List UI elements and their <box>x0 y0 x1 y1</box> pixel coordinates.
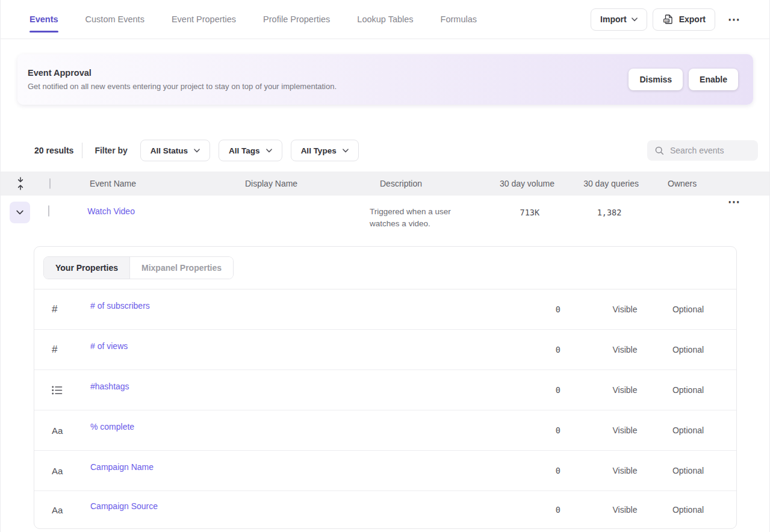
banner-description: Get notified on all new events entering … <box>28 82 623 91</box>
properties-panel-header: Your Properties Mixpanel Properties <box>34 247 736 289</box>
chevron-down-icon <box>194 149 200 153</box>
filter-by-label: Filter by <box>95 146 127 155</box>
lexicon-events-page: Events Custom Events Event Properties Pr… <box>0 0 770 532</box>
property-queries-value: 0 <box>556 385 560 395</box>
dismiss-button[interactable]: Dismiss <box>629 69 683 90</box>
property-visibility[interactable]: Visible <box>598 345 652 354</box>
chevron-down-icon <box>266 149 272 153</box>
property-requirement[interactable]: Optional <box>652 305 724 314</box>
number-type-icon: # <box>52 303 57 315</box>
types-filter-label: All Types <box>301 146 337 155</box>
filter-dropdowns: All Status All Tags All Types <box>140 140 359 161</box>
properties-tab-group: Your Properties Mixpanel Properties <box>43 256 234 279</box>
row-more-menu-icon[interactable]: ⋯ <box>724 195 744 208</box>
import-label: Import <box>600 14 627 24</box>
row-expander-button[interactable] <box>10 202 30 223</box>
column-header-event-name[interactable]: Event Name <box>90 179 245 188</box>
property-visibility[interactable]: Visible <box>598 305 652 314</box>
nav-tabs: Events Custom Events Event Properties Pr… <box>29 0 477 39</box>
tab-event-properties[interactable]: Event Properties <box>172 0 236 39</box>
top-navigation: Events Custom Events Event Properties Pr… <box>1 0 769 39</box>
property-name-link[interactable]: # of views <box>90 341 506 351</box>
property-name-link[interactable]: # of subscribers <box>90 301 506 311</box>
event-name-link[interactable]: Watch Video <box>87 206 135 216</box>
property-queries-value: 0 <box>556 505 560 515</box>
tab-events[interactable]: Events <box>29 0 58 39</box>
divider <box>82 143 82 158</box>
row-checkbox[interactable] <box>48 205 49 217</box>
property-name-link[interactable]: #hashtags <box>90 382 506 391</box>
column-header-description[interactable]: Description <box>380 179 494 188</box>
nav-more-menu-icon[interactable]: ⋯ <box>724 13 744 25</box>
property-requirement[interactable]: Optional <box>652 385 724 395</box>
property-queries-value: 0 <box>556 305 560 314</box>
property-name-link[interactable]: % complete <box>90 422 506 431</box>
chevron-down-icon <box>343 149 349 153</box>
status-filter-dropdown[interactable]: All Status <box>140 140 210 161</box>
export-button[interactable]: csv Export <box>653 8 715 31</box>
number-type-icon: # <box>52 344 57 356</box>
column-header-queries[interactable]: 30 day queries <box>554 179 639 188</box>
collapse-all-icon[interactable] <box>16 177 25 190</box>
property-visibility[interactable]: Visible <box>598 385 652 395</box>
tab-formulas[interactable]: Formulas <box>441 0 477 39</box>
property-queries-value: 0 <box>556 425 560 435</box>
tab-lookup-tables[interactable]: Lookup Tables <box>357 0 413 39</box>
search-icon <box>654 146 665 156</box>
property-requirement[interactable]: Optional <box>652 345 724 354</box>
row-volume-value: 713K <box>520 208 540 217</box>
property-requirement[interactable]: Optional <box>652 466 724 475</box>
results-count: 20 results <box>34 146 73 155</box>
row-queries-value: 1,382 <box>597 208 622 217</box>
types-filter-dropdown[interactable]: All Types <box>291 140 359 161</box>
search-input[interactable] <box>670 146 752 155</box>
text-type-icon: Aa <box>52 505 63 515</box>
property-requirement[interactable]: Optional <box>652 425 724 435</box>
property-visibility[interactable]: Visible <box>598 505 652 515</box>
property-queries-value: 0 <box>556 345 560 354</box>
tab-custom-events[interactable]: Custom Events <box>85 0 144 39</box>
list-type-icon <box>52 386 63 395</box>
property-name-link[interactable]: Campaign Name <box>90 462 506 472</box>
svg-text:csv: csv <box>665 19 670 22</box>
enable-button[interactable]: Enable <box>689 69 738 90</box>
import-button[interactable]: Import <box>591 8 647 31</box>
property-row: Aa Campaign Name 0 Visible Optional <box>34 451 736 491</box>
search-box[interactable] <box>647 140 758 161</box>
banner-title: Event Approval <box>28 68 623 78</box>
tab-profile-properties[interactable]: Profile Properties <box>263 0 330 39</box>
property-name-link[interactable]: Campaign Source <box>90 501 506 511</box>
property-row: Aa Campaign Source 0 Visible Optional <box>34 491 736 528</box>
column-header-owners[interactable]: Owners <box>639 179 740 188</box>
event-approval-banner: Event Approval Get notified on all new e… <box>17 54 753 105</box>
table-row: Watch Video Triggered when a user watche… <box>1 196 769 239</box>
property-visibility[interactable]: Visible <box>598 466 652 475</box>
property-requirement[interactable]: Optional <box>652 505 724 515</box>
tags-filter-label: All Tags <box>229 146 260 155</box>
column-header-display-name[interactable]: Display Name <box>245 179 380 188</box>
property-visibility[interactable]: Visible <box>598 425 652 435</box>
row-description: Triggered when a user watches a video. <box>370 206 473 230</box>
banner-text: Event Approval Get notified on all new e… <box>28 68 623 91</box>
text-type-icon: Aa <box>52 425 63 436</box>
nav-actions: Import csv Export ⋯ <box>591 8 744 31</box>
property-queries-value: 0 <box>556 466 560 475</box>
status-filter-label: All Status <box>151 146 188 155</box>
property-row: Aa % complete 0 Visible Optional <box>34 410 736 451</box>
tab-your-properties[interactable]: Your Properties <box>44 257 130 279</box>
properties-panel: Your Properties Mixpanel Properties # # … <box>34 246 737 529</box>
csv-file-icon: csv <box>662 13 674 25</box>
export-label: Export <box>679 14 706 24</box>
column-header-volume[interactable]: 30 day volume <box>494 179 554 188</box>
property-row: # # of subscribers 0 Visible Optional <box>34 289 736 330</box>
events-table-header: Event Name Display Name Description 30 d… <box>1 172 769 196</box>
tags-filter-dropdown[interactable]: All Tags <box>219 140 282 161</box>
property-row: # # of views 0 Visible Optional <box>34 330 736 370</box>
chevron-down-icon <box>16 210 23 215</box>
chevron-down-icon <box>632 17 638 22</box>
text-type-icon: Aa <box>52 466 63 476</box>
filter-toolbar: 20 results Filter by All Status All Tags… <box>1 140 769 161</box>
select-all-checkbox[interactable] <box>49 178 51 189</box>
property-row: #hashtags 0 Visible Optional <box>34 370 736 410</box>
tab-mixpanel-properties[interactable]: Mixpanel Properties <box>130 257 233 279</box>
